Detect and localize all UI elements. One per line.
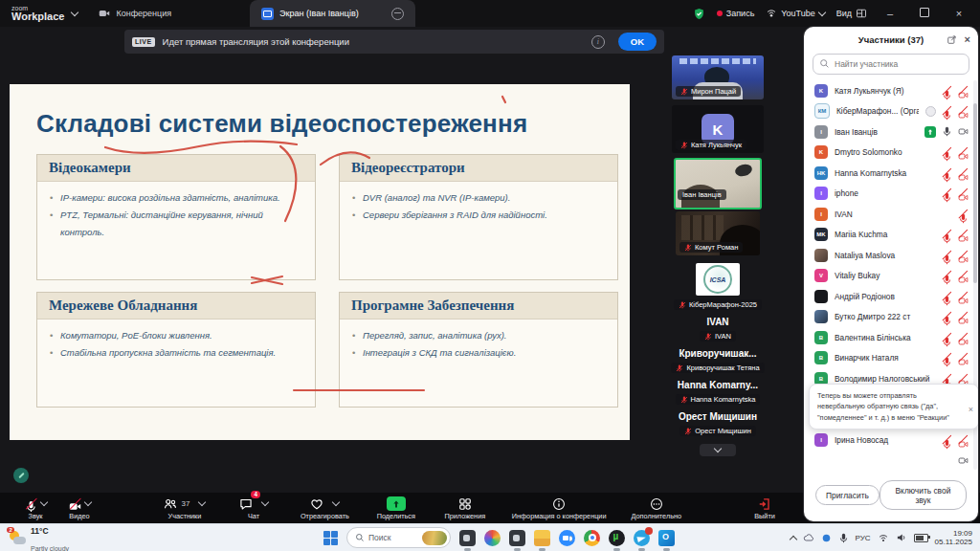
participant-row[interactable]: V Vitaliy Bukay bbox=[804, 266, 978, 287]
security-shield-icon[interactable] bbox=[693, 8, 705, 20]
participant-row[interactable]: K Катя Лукьянчук (Я) bbox=[804, 80, 978, 101]
chevron-up-icon[interactable] bbox=[261, 498, 269, 506]
video-tile[interactable]: Hanna Komarny... Hanna Komarnytska bbox=[630, 380, 806, 405]
participants-button[interactable]: 37 Участники bbox=[163, 496, 207, 520]
participant-row[interactable] bbox=[804, 451, 978, 472]
video-tile[interactable]: K Катя Лукьянчук bbox=[672, 105, 764, 153]
apps-button[interactable]: Приложения bbox=[443, 496, 487, 520]
record-dot-icon bbox=[717, 11, 723, 16]
participant-row[interactable]: КМ КіберМарафон... (Организатор) bbox=[804, 101, 978, 122]
live-badge: LIVE bbox=[132, 37, 155, 47]
leave-button[interactable]: Выйти bbox=[743, 496, 787, 520]
participant-row[interactable]: Nataliya Maslova bbox=[804, 245, 978, 266]
participant-row[interactable]: HK Hanna Komarnytska bbox=[804, 163, 978, 184]
participant-row[interactable]: MK Mariia Kuchma bbox=[804, 225, 978, 246]
taskbar-search[interactable]: Поиск bbox=[346, 527, 451, 548]
search-input[interactable] bbox=[813, 54, 969, 75]
mic-tray-icon[interactable] bbox=[838, 533, 849, 543]
meeting-info-button[interactable]: Информация о конференции bbox=[512, 496, 607, 520]
participant-row[interactable]: Бутко Дмитро 222 ст bbox=[804, 307, 978, 328]
telegram-app-icon[interactable] bbox=[634, 530, 650, 546]
video-tile[interactable]: ICSA КіберМарафон-2025 bbox=[630, 263, 806, 310]
chat-button[interactable]: 4 Чат bbox=[232, 496, 276, 520]
layout-grid-icon bbox=[856, 8, 867, 19]
zoom-app-icon[interactable] bbox=[559, 530, 575, 546]
close-panel-icon[interactable]: × bbox=[965, 33, 970, 45]
restore-button[interactable] bbox=[913, 8, 936, 19]
participant-row[interactable]: І Ірина Новосад bbox=[804, 430, 978, 452]
clock[interactable]: 19:09 05.11.2025 bbox=[935, 529, 972, 546]
chevron-up-icon[interactable] bbox=[39, 498, 47, 506]
scrollbar-thumb[interactable] bbox=[973, 103, 977, 282]
participant-search[interactable] bbox=[813, 54, 969, 75]
view-menu[interactable]: Вид bbox=[836, 8, 867, 19]
background-banner bbox=[679, 58, 756, 64]
speaker-icon[interactable] bbox=[896, 532, 907, 543]
more-button[interactable]: Дополнительно bbox=[632, 496, 682, 520]
video-tile[interactable]: Орест Мищишин Орест Мищишин bbox=[630, 411, 806, 436]
chevron-up-icon[interactable] bbox=[198, 498, 206, 506]
close-button[interactable]: × bbox=[947, 8, 970, 19]
recording-indicator[interactable]: Запись bbox=[717, 9, 755, 18]
zoom-workplace-menu[interactable]: zoom Workplace bbox=[0, 5, 87, 22]
chevron-up-icon[interactable] bbox=[332, 498, 340, 506]
taskview-app-icon[interactable] bbox=[459, 530, 476, 546]
chrome-app-icon[interactable] bbox=[584, 530, 600, 546]
tray-expand-icon[interactable] bbox=[789, 535, 796, 542]
info-icon[interactable]: i bbox=[591, 35, 605, 49]
participant-row[interactable]: I iphone bbox=[804, 184, 978, 205]
youtube-label: YouTube bbox=[781, 9, 814, 18]
participant-row[interactable]: В Винарчик Наталя bbox=[804, 348, 978, 369]
video-tile[interactable]: IVAN IVAN bbox=[630, 317, 806, 342]
language-indicator[interactable]: РУС bbox=[856, 534, 871, 542]
avatar: V bbox=[814, 269, 828, 282]
wifi-icon[interactable] bbox=[878, 532, 889, 543]
tab-overflow-icon[interactable] bbox=[391, 8, 404, 20]
start-button[interactable] bbox=[323, 531, 338, 545]
participant-row[interactable]: І Іван Іванців bbox=[804, 121, 978, 143]
mic-on-icon bbox=[942, 126, 952, 137]
ok-button[interactable]: OK bbox=[618, 33, 657, 51]
copilot-app-icon[interactable] bbox=[484, 530, 501, 546]
video-button[interactable]: Видео bbox=[57, 496, 101, 520]
video-tile[interactable]: Криворучишак... Криворучишак Тетяна bbox=[630, 348, 806, 373]
annotation-tool-icon[interactable] bbox=[13, 468, 29, 483]
participant-row[interactable]: K Dmytro Solomonko bbox=[804, 143, 978, 164]
more-icon bbox=[650, 497, 663, 511]
minimize-button[interactable]: – bbox=[879, 8, 902, 19]
popout-icon[interactable] bbox=[947, 34, 957, 45]
screen: zoom Workplace Конференция Экран (Іван І… bbox=[0, 0, 980, 551]
show-more-tiles-button[interactable] bbox=[700, 444, 736, 456]
unmute-button[interactable]: Включить свой звук bbox=[880, 480, 967, 510]
utorrent-app-icon[interactable] bbox=[609, 530, 625, 546]
tray-app-icon[interactable] bbox=[821, 533, 832, 543]
video-tile[interactable]: Мирон Пацай bbox=[672, 55, 764, 99]
tooltip-close-icon[interactable]: × bbox=[969, 404, 973, 417]
battery-icon[interactable] bbox=[914, 534, 928, 542]
participant-row[interactable] bbox=[804, 472, 978, 473]
participant-name: Валентина Білінська bbox=[835, 333, 935, 342]
audio-button[interactable]: Звук bbox=[13, 496, 57, 520]
participant-row[interactable]: I IVAN bbox=[804, 204, 978, 225]
react-button[interactable]: Отреагировать bbox=[301, 496, 349, 520]
camera-app-icon[interactable] bbox=[509, 530, 525, 546]
onedrive-cloud-icon[interactable] bbox=[803, 532, 814, 543]
chat-unread-badge: 4 bbox=[251, 491, 260, 498]
chevron-up-icon[interactable] bbox=[83, 498, 91, 506]
invite-button[interactable]: Пригласить bbox=[815, 485, 880, 505]
video-tile-active-speaker[interactable]: Іван Іванців bbox=[674, 158, 762, 209]
tab-meeting[interactable]: Конференция bbox=[87, 0, 183, 27]
slide-box-recorders: Відеореєстратори DVR (аналог) та NVR (IP… bbox=[339, 154, 618, 280]
weather-widget[interactable]: 2 11°CPartly cloudy bbox=[0, 520, 153, 551]
avatar: І bbox=[814, 125, 828, 139]
video-tile[interactable]: Комут Роман bbox=[676, 211, 760, 255]
share-button[interactable]: Поделиться bbox=[374, 496, 418, 520]
tab-screen-share[interactable]: Экран (Іван Іванців) bbox=[250, 0, 415, 27]
outlook-app-icon[interactable] bbox=[658, 530, 675, 546]
youtube-stream-menu[interactable]: YouTube bbox=[766, 8, 824, 19]
camera-on-icon bbox=[958, 455, 969, 466]
file-explorer-icon[interactable] bbox=[534, 530, 550, 546]
bookshelf-background bbox=[681, 215, 724, 240]
participant-row[interactable]: Андрій Родіонов bbox=[804, 286, 978, 307]
participant-row[interactable]: В Валентина Білінська bbox=[804, 327, 978, 348]
